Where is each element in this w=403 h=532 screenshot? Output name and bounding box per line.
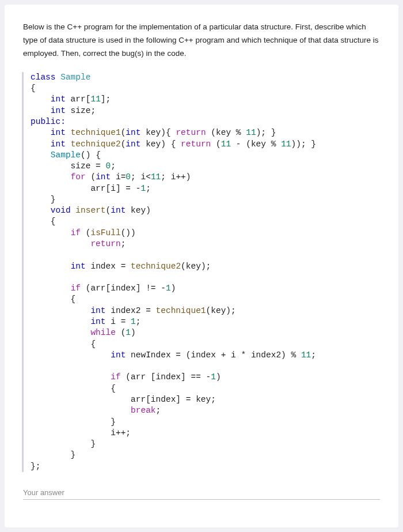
code-token: int bbox=[51, 128, 66, 137]
code-token bbox=[31, 239, 90, 248]
code-token: } bbox=[31, 195, 56, 204]
code-token bbox=[31, 262, 71, 271]
code-token: }; bbox=[31, 462, 40, 471]
code-token: technique1 bbox=[156, 306, 206, 315]
code-token bbox=[31, 139, 51, 149]
code-token: size; bbox=[66, 106, 96, 115]
code-token: )); } bbox=[291, 139, 317, 149]
code-token: key) bbox=[126, 206, 151, 215]
code-token: i= bbox=[111, 172, 126, 182]
code-token: int bbox=[96, 172, 111, 182]
code-token: ) bbox=[171, 284, 176, 293]
code-token: technique2 bbox=[131, 262, 181, 271]
code-token: (key % bbox=[206, 128, 246, 137]
code-token: arr[ bbox=[66, 95, 91, 104]
code-token bbox=[31, 350, 111, 360]
code-token: 0 bbox=[126, 172, 131, 182]
code-token: ; bbox=[311, 350, 316, 360]
code-token: key) { bbox=[140, 139, 181, 149]
code-token: arr[i] = - bbox=[31, 184, 140, 193]
code-token: i++; bbox=[31, 428, 131, 437]
code-token bbox=[31, 95, 51, 104]
code-token: ; i< bbox=[131, 172, 151, 182]
code-token: 1 bbox=[140, 184, 146, 193]
code-token: 1 bbox=[131, 317, 136, 326]
answer-input[interactable] bbox=[23, 485, 380, 500]
code-token: isFull bbox=[90, 228, 120, 237]
code-token: ) bbox=[131, 328, 136, 337]
code-token: ; bbox=[121, 239, 126, 248]
code-token: 1 bbox=[126, 328, 131, 337]
code-token: ; bbox=[156, 406, 161, 415]
code-token: ; i++) bbox=[161, 172, 191, 182]
code-token: ; bbox=[136, 317, 141, 326]
code-token: 11 bbox=[151, 172, 161, 182]
code-token: return bbox=[176, 128, 206, 137]
code-token: () { bbox=[81, 150, 101, 160]
code-token: int bbox=[111, 350, 126, 360]
code-token bbox=[31, 328, 90, 337]
code-token bbox=[31, 128, 51, 137]
code-token: Sample bbox=[60, 73, 90, 82]
code-token: for bbox=[71, 172, 86, 182]
code-token: class bbox=[31, 73, 56, 82]
code-token: { bbox=[31, 84, 36, 93]
code-token: { bbox=[31, 217, 56, 226]
code-token: ; bbox=[146, 184, 151, 193]
code-token: 1 bbox=[166, 284, 171, 293]
code-token: } bbox=[31, 417, 116, 427]
code-token bbox=[31, 228, 71, 237]
code-token: insert bbox=[75, 206, 105, 215]
code-token: size = bbox=[31, 161, 106, 171]
code-token: int bbox=[126, 139, 140, 149]
code-token: 11 bbox=[281, 139, 291, 149]
code-token bbox=[31, 406, 131, 415]
code-token: 11 bbox=[90, 95, 100, 104]
code-token: } bbox=[31, 450, 75, 459]
code-token bbox=[66, 139, 71, 149]
code-token: key){ bbox=[140, 128, 176, 137]
code-token: { bbox=[31, 384, 116, 393]
code-token: 11 bbox=[221, 139, 231, 149]
code-token: ; bbox=[111, 161, 116, 171]
code-token: index2 = bbox=[106, 306, 156, 315]
code-token: arr[index] = key; bbox=[31, 395, 216, 404]
code-token: ( bbox=[81, 228, 90, 237]
code-token: int bbox=[51, 139, 66, 149]
code-token: ( bbox=[106, 206, 111, 215]
code-token: while bbox=[90, 328, 116, 337]
code-token: { bbox=[31, 339, 96, 349]
code-token: - (key % bbox=[231, 139, 281, 149]
code-token bbox=[31, 172, 71, 182]
code-token: int bbox=[126, 128, 140, 137]
code-token bbox=[31, 150, 51, 160]
code-token: int bbox=[71, 262, 86, 271]
code-token: i = bbox=[106, 317, 131, 326]
code-token: 11 bbox=[301, 350, 311, 360]
code-token: ( bbox=[116, 328, 126, 337]
code-token: { bbox=[31, 295, 75, 304]
code-token: return bbox=[181, 139, 211, 149]
question-intro: Below is the C++ program for the impleme… bbox=[23, 21, 380, 61]
code-token: } bbox=[31, 439, 96, 448]
code-token: 1 bbox=[211, 372, 216, 382]
code-token bbox=[56, 73, 61, 82]
code-token: (key); bbox=[181, 262, 211, 271]
code-token: (arr[index] != - bbox=[81, 284, 166, 293]
code-token: int bbox=[51, 106, 66, 115]
code-token bbox=[31, 284, 71, 293]
code-token: ( bbox=[211, 139, 220, 149]
code-token bbox=[31, 317, 90, 326]
question-card: Below is the C++ program for the impleme… bbox=[5, 5, 398, 527]
code-token: ( bbox=[86, 172, 96, 182]
code-token bbox=[31, 206, 51, 215]
code-token: technique1 bbox=[71, 128, 121, 137]
code-token: return bbox=[90, 239, 120, 248]
code-token bbox=[31, 372, 111, 382]
code-token: (key); bbox=[206, 306, 236, 315]
code-token: ); } bbox=[256, 128, 276, 137]
code-block: class Sample { int arr[11]; int size; pu… bbox=[22, 72, 380, 472]
code-token bbox=[31, 306, 90, 315]
code-token: void bbox=[51, 206, 71, 215]
code-token: if bbox=[111, 372, 120, 382]
